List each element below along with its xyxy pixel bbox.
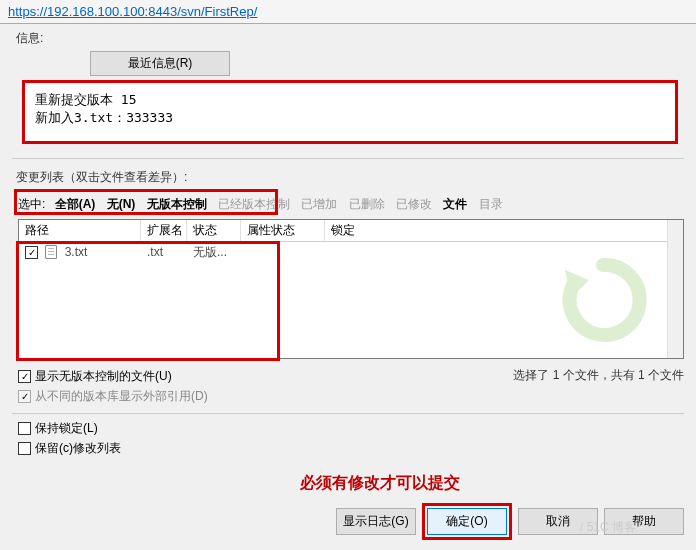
ok-button[interactable]: 确定(O) [427, 508, 507, 535]
keep-locks-checkbox[interactable] [18, 422, 31, 435]
filter-added[interactable]: 已增加 [301, 197, 337, 211]
col-ext-header[interactable]: 扩展名 [141, 219, 187, 242]
keep-locks-label: 保持锁定(L) [35, 420, 98, 437]
row-filename: 3.txt [65, 245, 88, 259]
select-label: 选中: [18, 197, 45, 211]
selection-status: 选择了 1 个文件，共有 1 个文件 [513, 367, 684, 384]
info-group-label: 信息: [0, 24, 696, 51]
row-pstatus [241, 250, 325, 254]
col-lock-header[interactable]: 锁定 [325, 219, 683, 242]
changes-group-label: 变更列表（双击文件查看差异）: [0, 159, 696, 190]
show-log-button[interactable]: 显示日志(G) [336, 508, 416, 535]
col-pstatus-header[interactable]: 属性状态 [241, 219, 325, 242]
scrollbar-vertical[interactable] [667, 220, 683, 358]
file-list[interactable]: 路径 扩展名 状态 属性状态 锁定 3.txt .txt 无版... [18, 219, 684, 359]
filter-none[interactable]: 无(N) [107, 197, 136, 211]
row-checkbox[interactable] [25, 246, 38, 259]
show-unversioned-checkbox[interactable] [18, 370, 31, 383]
show-unversioned-label: 显示无版本控制的文件(U) [35, 368, 172, 385]
url-bar: https://192.168.100.100:8443/svn/FirstRe… [0, 0, 696, 24]
help-button[interactable]: 帮助 [604, 508, 684, 535]
row-status: 无版... [187, 242, 241, 263]
filter-versioned[interactable]: 已经版本控制 [218, 197, 290, 211]
recent-info-button[interactable]: 最近信息(R) [90, 51, 230, 76]
row-ext: .txt [141, 243, 187, 261]
annotation-text: 必须有修改才可以提交 [300, 473, 460, 494]
commit-message-textarea[interactable]: 重新提交版本 15 新加入3.txt：333333 [22, 80, 678, 144]
cancel-button[interactable]: 取消 [518, 508, 598, 535]
col-path-header[interactable]: 路径 [19, 219, 141, 242]
show-externals-label: 从不同的版本库显示外部引用(D) [35, 388, 208, 405]
filter-dirs[interactable]: 目录 [479, 197, 503, 211]
filter-unversioned[interactable]: 无版本控制 [147, 197, 207, 211]
filter-deleted[interactable]: 已删除 [349, 197, 385, 211]
refresh-watermark-icon [543, 250, 663, 350]
keep-changelist-checkbox[interactable] [18, 442, 31, 455]
list-header: 路径 扩展名 状态 属性状态 锁定 [19, 220, 683, 242]
filter-all[interactable]: 全部(A) [55, 197, 96, 211]
url-link[interactable]: https://192.168.100.100:8443/svn/FirstRe… [8, 4, 257, 19]
keep-changelist-label: 保留(c)修改列表 [35, 440, 121, 457]
col-status-header[interactable]: 状态 [187, 219, 241, 242]
filter-files[interactable]: 文件 [443, 197, 467, 211]
filter-modified[interactable]: 已修改 [396, 197, 432, 211]
show-externals-checkbox [18, 390, 31, 403]
file-icon [45, 245, 57, 259]
